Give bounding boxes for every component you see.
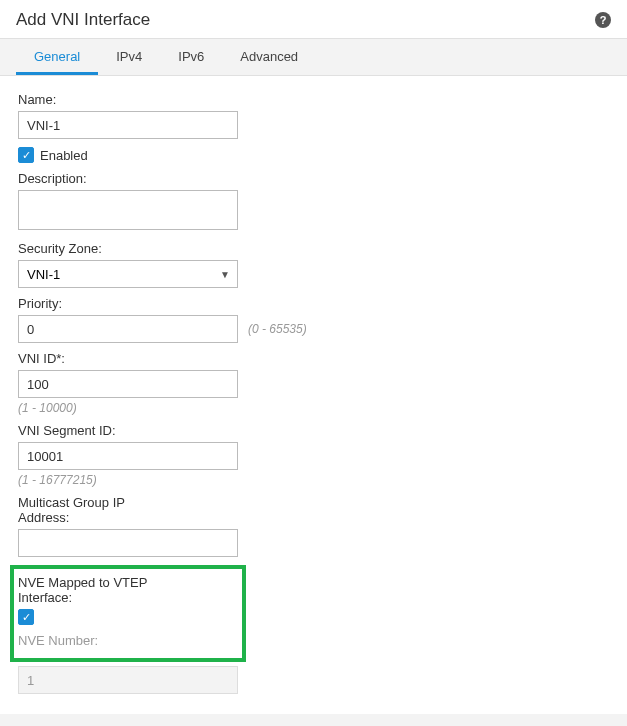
vni-segment-label: VNI Segment ID: [18, 423, 609, 438]
name-input[interactable] [18, 111, 238, 139]
description-label: Description: [18, 171, 609, 186]
vni-id-input[interactable] [18, 370, 238, 398]
security-zone-label: Security Zone: [18, 241, 609, 256]
vni-segment-hint: (1 - 16777215) [18, 473, 609, 487]
enabled-label: Enabled [40, 148, 88, 163]
nve-number-input [18, 666, 238, 694]
dialog-footer: Cancel OK [0, 714, 627, 726]
vni-segment-input[interactable] [18, 442, 238, 470]
tab-general[interactable]: General [16, 39, 98, 75]
nve-mapped-label: NVE Mapped to VTEP Interface: [18, 575, 168, 605]
name-label: Name: [18, 92, 609, 107]
tab-ipv4[interactable]: IPv4 [98, 39, 160, 75]
tab-ipv6[interactable]: IPv6 [160, 39, 222, 75]
enabled-checkbox[interactable]: ✓ [18, 147, 34, 163]
vni-id-hint: (1 - 10000) [18, 401, 609, 415]
priority-input[interactable] [18, 315, 238, 343]
security-zone-select[interactable]: VNI-1 [18, 260, 238, 288]
description-input[interactable] [18, 190, 238, 230]
nve-number-label: NVE Number: [18, 633, 234, 648]
vni-id-label: VNI ID*: [18, 351, 609, 366]
priority-label: Priority: [18, 296, 609, 311]
multicast-label: Multicast Group IP Address: [18, 495, 168, 525]
multicast-input[interactable] [18, 529, 238, 557]
dialog-title: Add VNI Interface [16, 10, 150, 30]
help-icon[interactable]: ? [595, 12, 611, 28]
tabs-bar: General IPv4 IPv6 Advanced [0, 38, 627, 76]
nve-highlight-box: NVE Mapped to VTEP Interface: ✓ NVE Numb… [10, 565, 246, 662]
priority-hint: (0 - 65535) [248, 322, 307, 336]
nve-mapped-checkbox[interactable]: ✓ [18, 609, 34, 625]
tab-advanced[interactable]: Advanced [222, 39, 316, 75]
